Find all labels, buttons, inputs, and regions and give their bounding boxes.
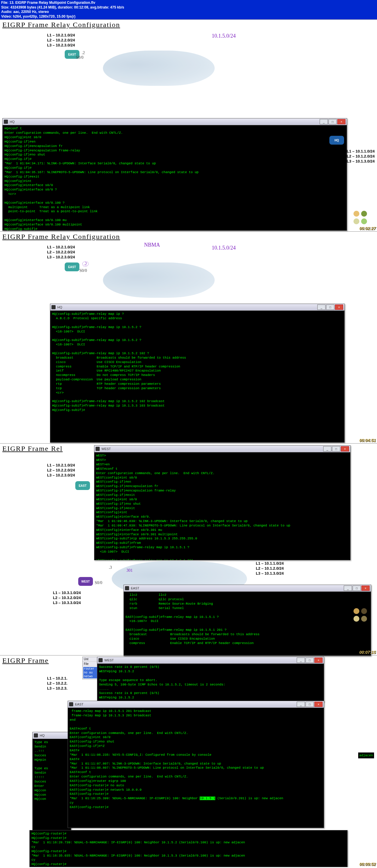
terminal-window-east-2[interactable]: EAST _ □ × frame-relay map ip 10.1.5.1 2… bbox=[68, 701, 324, 828]
terminal-output[interactable]: HQ#conf t Enter configuration commands, … bbox=[3, 125, 347, 230]
timestamp: 00:09:52 bbox=[359, 862, 376, 867]
app-icon bbox=[4, 120, 8, 124]
info-video: Video: h264, yuv420p, 1280x720, 15.00 fp… bbox=[1, 14, 376, 19]
east-addr: .2 bbox=[82, 51, 85, 55]
timestamp: 00:04:51 bbox=[359, 438, 376, 443]
diagram-title: EIGRP Frame bbox=[0, 655, 87, 666]
subnet-label: 10.1.5.0/24 bbox=[212, 33, 236, 39]
hq-net-2: L2 – 10.1.2.0/24 bbox=[347, 154, 375, 159]
terminal-window-hq-2[interactable]: HQ _ □ × HQ(config-subif)#frame-relay ma… bbox=[50, 304, 345, 443]
hq-net-1: L1 – 10.1.1.0/24 bbox=[347, 149, 375, 154]
terminal-output[interactable]: HQ(config-subif)#frame-relay map ip ? A.… bbox=[50, 311, 344, 442]
terminal-window-west-2[interactable]: WEST _ □ × Success rate is 0 percent (0/… bbox=[97, 657, 324, 702]
titlebar[interactable]: HQ bbox=[33, 732, 71, 739]
terminal-window-hq-frag[interactable]: HQ Type es Sendin ..!!! Succes HQ#pin Ty… bbox=[32, 732, 71, 833]
router-east: EAST bbox=[65, 262, 79, 271]
titlebar[interactable]: WEST _ □ × bbox=[97, 657, 324, 664]
close-button[interactable]: × bbox=[361, 586, 370, 591]
close-button[interactable]: × bbox=[335, 305, 343, 310]
maximize-button[interactable]: □ bbox=[353, 586, 361, 591]
terminal-window-west-1[interactable]: WEST _ □ × WEST> WEST> WEST>en WEST#conf… bbox=[94, 445, 351, 560]
network-diagram-2: L1 – 10.2.1.0/24 L2 – 10.2.2.0/24 L3 – 1… bbox=[0, 242, 377, 286]
minimize-button[interactable]: _ bbox=[297, 657, 305, 663]
decoration-dot bbox=[361, 616, 367, 622]
titlebar[interactable]: EAST _ □ × bbox=[124, 585, 371, 592]
east-net-2: L2 – 10.2.2.0/24 bbox=[47, 38, 75, 43]
info-file: File: 13. EIGRP Frame Relay Multipoint C… bbox=[1, 1, 376, 5]
terminal-window-hq-1[interactable]: HQ _ □ × HQ#conf t Enter configuration c… bbox=[2, 118, 347, 231]
minimize-button[interactable]: _ bbox=[317, 305, 325, 310]
terminal-window-east-1[interactable]: EAST _ □ × llc2 llc2 qllc qllc protocol … bbox=[123, 585, 371, 656]
diagram-title: EIGRP Frame Rel bbox=[0, 443, 93, 454]
close-button[interactable]: × bbox=[314, 702, 323, 707]
terminal-output[interactable]: frame-relay map ip 10.1.5.1 201 broadcas… bbox=[68, 708, 324, 828]
app-icon bbox=[34, 733, 38, 738]
terminal-output[interactable]: WEST> WEST> WEST>en WEST#conf t Enter co… bbox=[94, 453, 350, 560]
router-east: EAST bbox=[75, 481, 90, 490]
terminal-fragment-right: adjacen bbox=[358, 752, 374, 758]
dlci-301: 301 bbox=[126, 568, 133, 573]
highlighted-ip: 10.1.5.1 bbox=[200, 797, 215, 800]
close-button[interactable]: × bbox=[337, 119, 346, 124]
decoration-dot bbox=[353, 616, 359, 622]
app-icon bbox=[125, 586, 129, 590]
diagram-title: EIGRP Frame Relay Configuration bbox=[0, 231, 377, 242]
diagram-title: EIGRP Frame Relay Configuration bbox=[0, 20, 377, 30]
router-west: WEST bbox=[78, 577, 93, 586]
titlebar[interactable]: HQ _ □ × bbox=[50, 304, 344, 311]
maximize-button[interactable]: □ bbox=[306, 657, 314, 663]
minimize-button[interactable]: _ bbox=[344, 586, 352, 591]
timestamp: 00:02:27 bbox=[359, 226, 376, 231]
nbma-label: NBMA bbox=[144, 242, 160, 248]
east-if: S0/0 bbox=[76, 55, 84, 60]
terminal-output[interactable]: Success rate is 0 percent (0/5) WEST#pin… bbox=[97, 664, 324, 702]
app-icon bbox=[95, 447, 100, 451]
info-size: Size: 43243908 bytes (41.24 MiB), durati… bbox=[1, 5, 376, 10]
timestamp: 00:07:15 bbox=[359, 650, 376, 655]
window-title: HQ bbox=[10, 120, 15, 123]
app-icon bbox=[52, 305, 56, 309]
titlebar[interactable]: HQ _ □ × bbox=[3, 119, 347, 125]
east-net-1: L1 – 10.2.1.0/24 bbox=[47, 33, 75, 38]
close-button[interactable]: × bbox=[341, 446, 349, 452]
maximize-button[interactable]: □ bbox=[306, 702, 314, 707]
terminal-output[interactable]: llc2 llc2 qllc qllc protocol rsrb Remote… bbox=[124, 592, 371, 656]
terminal-output[interactable]: HQ(config-router)# HQ(config-router)# *M… bbox=[30, 830, 347, 867]
minimize-button[interactable]: _ bbox=[323, 446, 331, 452]
maximize-button[interactable]: □ bbox=[326, 305, 335, 310]
terminal-output[interactable]: Type es Sendin ..!!! Succes HQ#pin Type … bbox=[33, 739, 71, 832]
app-icon bbox=[69, 702, 73, 706]
addr-3: .3 bbox=[109, 565, 112, 570]
router-hq: HQ bbox=[329, 136, 344, 145]
decoration-dot bbox=[353, 218, 359, 224]
decoration-dot bbox=[361, 211, 367, 217]
info-audio: Audio: aac, 22050 Hz, stereo bbox=[1, 10, 376, 14]
decoration-dot bbox=[361, 608, 367, 614]
hq-net-3: L3 – 10.1.3.0/24 bbox=[347, 159, 375, 164]
network-diagram-1: L1 – 10.2.1.0/24 L2 – 10.2.2.0/24 L3 – 1… bbox=[0, 30, 377, 74]
titlebar[interactable]: WEST _ □ × bbox=[94, 445, 350, 453]
minimize-button[interactable]: _ bbox=[297, 702, 305, 707]
app-icon bbox=[98, 658, 103, 662]
maximize-button[interactable]: □ bbox=[328, 119, 337, 124]
decoration-dot bbox=[353, 211, 359, 217]
east-net-3: L3 – 10.2.3.0/24 bbox=[47, 43, 75, 48]
decoration-dot bbox=[361, 218, 367, 224]
close-button[interactable]: × bbox=[314, 657, 323, 663]
titlebar[interactable]: EAST _ □ × bbox=[68, 701, 324, 708]
terminal-window-hq-3[interactable]: HQ(config-router)# HQ(config-router)# *M… bbox=[29, 830, 348, 867]
maximize-button[interactable]: □ bbox=[332, 446, 340, 452]
minimize-button[interactable]: _ bbox=[320, 119, 328, 124]
file-info-bar: File: 13. EIGRP Frame Relay Multipoint C… bbox=[0, 0, 377, 20]
decoration-dot bbox=[353, 608, 359, 614]
